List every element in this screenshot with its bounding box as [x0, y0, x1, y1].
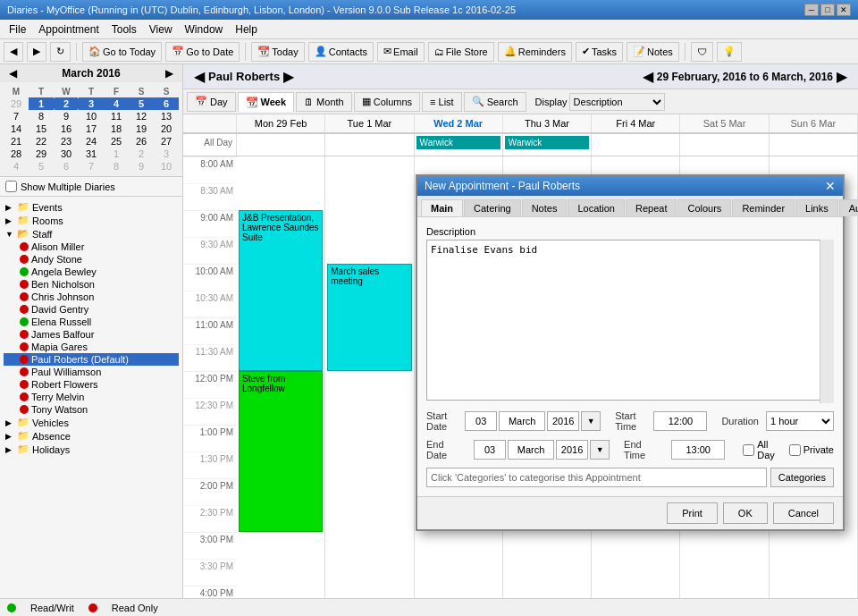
duration-select[interactable]: 30 minutes 1 hour 1.5 hours 2 hours [766, 411, 834, 431]
cal-day-24[interactable]: 24 [79, 135, 104, 148]
forward-button[interactable]: ▶ [27, 42, 46, 62]
cal-day-25[interactable]: 25 [104, 135, 129, 148]
day-header-4[interactable]: Fri 4 Mar [592, 114, 680, 132]
allday-cell-5[interactable] [680, 134, 769, 156]
tree-item-paul-roberts[interactable]: Paul Roberts (Default) [4, 353, 179, 366]
day-header-2[interactable]: Wed 2 Mar [415, 114, 503, 132]
cal-prev-button[interactable]: ◀ [5, 67, 21, 80]
diary-prev-button[interactable]: ◀ [190, 68, 208, 85]
tree-item-rooms[interactable]: ▶ 📁 Rooms [4, 214, 179, 227]
private-checkbox[interactable] [789, 444, 801, 456]
day-header-0[interactable]: Mon 29 Feb [237, 114, 325, 132]
allday-event-warwick1[interactable]: Warwick [416, 136, 500, 149]
start-date-picker-button[interactable]: ▼ [581, 411, 601, 431]
tasks-button[interactable]: ✔ Tasks [576, 42, 623, 62]
scrollbar[interactable] [820, 240, 834, 403]
event-jb-presentation[interactable]: J&B Presentation, Lawrence Saundes Suite [239, 210, 323, 371]
date-range-next-button[interactable]: ▶ [833, 68, 851, 85]
cal-day-14[interactable]: 14 [4, 122, 29, 135]
cal-day-26[interactable]: 26 [129, 135, 154, 148]
event-steve[interactable]: Steve from Longfellow [239, 371, 323, 532]
menu-view[interactable]: View [144, 21, 178, 38]
tree-item-staff[interactable]: ▼ 📂 Staff [4, 227, 179, 240]
cal-day-7a[interactable]: 7 [79, 160, 104, 173]
tab-columns[interactable]: ▦ Columns [354, 92, 420, 112]
allday-cell-1[interactable] [325, 134, 414, 156]
cancel-button[interactable]: Cancel [773, 502, 834, 524]
categories-button[interactable]: Categories [770, 468, 834, 487]
cal-day-22[interactable]: 22 [29, 135, 54, 148]
bulb-button[interactable]: 💡 [717, 42, 742, 62]
cal-day-23[interactable]: 23 [54, 135, 79, 148]
day-col-1[interactable]: March sales meeting [325, 156, 414, 598]
tab-day[interactable]: 📅 Day [187, 92, 236, 112]
goto-date-button[interactable]: 📅 Go to Date [165, 42, 240, 62]
start-time-input[interactable] [653, 411, 707, 431]
cal-day-27[interactable]: 27 [154, 135, 179, 148]
dialog-tab-audit[interactable]: Audit [839, 199, 858, 216]
tree-item-tony[interactable]: Tony Watson [4, 403, 179, 416]
day-header-1[interactable]: Tue 1 Mar [325, 114, 414, 132]
back-button[interactable]: ◀ [4, 42, 23, 62]
cal-day-28[interactable]: 28 [4, 148, 29, 160]
cal-day-29feb[interactable]: 29 [4, 97, 29, 110]
reminders-button[interactable]: 🔔 Reminders [498, 42, 572, 62]
cal-day-7[interactable]: 7 [4, 110, 29, 122]
day-header-3[interactable]: Thu 3 Mar [503, 114, 592, 132]
today-button[interactable]: 📆 Today [251, 42, 304, 62]
cal-day-2a[interactable]: 2 [129, 148, 154, 160]
tree-item-robert[interactable]: Robert Flowers [4, 378, 179, 391]
notes-button[interactable]: 📝 Notes [627, 42, 679, 62]
goto-today-button[interactable]: 🏠 Go to Today [82, 42, 162, 62]
cal-day-6a[interactable]: 6 [54, 160, 79, 173]
shield-button[interactable]: 🛡 [691, 42, 713, 62]
dialog-tab-location[interactable]: Location [568, 199, 625, 216]
end-date-day[interactable] [474, 440, 506, 460]
allday-cell-0[interactable] [237, 134, 325, 156]
tree-item-elena[interactable]: Elena Russell [4, 316, 179, 328]
cal-day-20[interactable]: 20 [154, 122, 179, 135]
day-header-6[interactable]: Sun 6 Mar [770, 114, 858, 132]
cal-day-6[interactable]: 6 [154, 97, 179, 110]
tree-item-absence[interactable]: ▶ 📁 Absence [4, 429, 179, 443]
refresh-button[interactable]: ↻ [50, 42, 71, 62]
tree-item-terry[interactable]: Terry Melvin [4, 391, 179, 403]
cal-day-1a[interactable]: 1 [104, 148, 129, 160]
dialog-tab-catering[interactable]: Catering [464, 199, 521, 216]
tree-item-david[interactable]: David Gentry [4, 303, 179, 316]
minimize-button[interactable]: ─ [804, 4, 819, 16]
ok-button[interactable]: OK [723, 502, 768, 524]
dialog-close-button[interactable]: ✕ [825, 179, 836, 193]
close-button[interactable]: ✕ [837, 4, 851, 16]
cal-day-9a[interactable]: 9 [129, 160, 154, 173]
tree-item-events[interactable]: ▶ 📁 Events [4, 200, 179, 214]
allday-checkbox[interactable] [743, 444, 754, 456]
tree-item-holidays[interactable]: ▶ 📁 Holidays [4, 443, 179, 456]
cal-day-3a[interactable]: 3 [154, 148, 179, 160]
cal-day-16[interactable]: 16 [54, 122, 79, 135]
end-date-year[interactable] [556, 440, 588, 460]
dialog-tab-notes[interactable]: Notes [522, 199, 568, 216]
tab-week[interactable]: 📆 Week [238, 92, 295, 112]
cal-day-19[interactable]: 19 [129, 122, 154, 135]
tree-item-vehicles[interactable]: ▶ 📁 Vehicles [4, 416, 179, 429]
cal-day-21[interactable]: 21 [4, 135, 29, 148]
event-march-sales[interactable]: March sales meeting [327, 264, 411, 371]
allday-cell-2[interactable]: Warwick [415, 134, 503, 156]
day-header-5[interactable]: Sat 5 Mar [680, 114, 769, 132]
menu-appointment[interactable]: Appointment [33, 21, 104, 38]
diary-next-button[interactable]: ▶ [280, 68, 298, 85]
tab-search[interactable]: 🔍 Search [464, 92, 526, 112]
cal-day-18[interactable]: 18 [104, 122, 129, 135]
cal-day-31[interactable]: 31 [79, 148, 104, 160]
email-button[interactable]: ✉ Email [377, 42, 425, 62]
allday-cell-3[interactable]: Warwick [503, 134, 592, 156]
dialog-tab-colours[interactable]: Colours [677, 199, 731, 216]
end-date-month[interactable] [508, 440, 554, 460]
menu-file[interactable]: File [4, 21, 31, 38]
tree-item-james[interactable]: James Balfour [4, 328, 179, 341]
cal-day-17[interactable]: 17 [79, 122, 104, 135]
tab-list[interactable]: ≡ List [422, 92, 462, 112]
maximize-button[interactable]: □ [820, 4, 835, 16]
cal-day-10a[interactable]: 10 [154, 160, 179, 173]
